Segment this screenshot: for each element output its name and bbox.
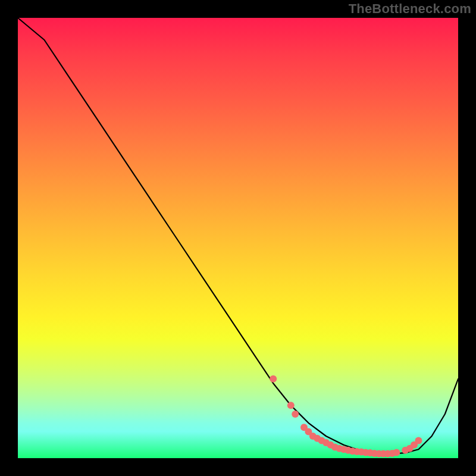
watermark-text: TheBottleneck.com xyxy=(349,1,471,17)
data-marker xyxy=(393,449,400,456)
chart-svg xyxy=(18,18,458,458)
data-marker xyxy=(270,375,277,383)
chart-frame: TheBottleneck.com xyxy=(0,0,476,476)
bottleneck-curve xyxy=(18,18,458,454)
data-marker xyxy=(415,437,422,444)
data-marker xyxy=(287,402,295,409)
plot-area xyxy=(18,18,458,458)
data-marker xyxy=(292,411,299,418)
